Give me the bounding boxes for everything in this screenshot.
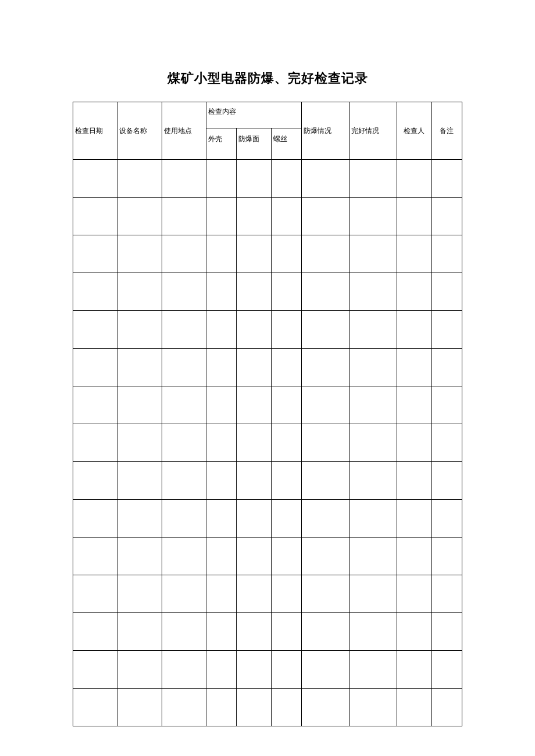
cell-screw (272, 613, 302, 651)
cell-location (162, 235, 206, 273)
header-screw: 螺丝 (272, 128, 302, 160)
cell-screw (272, 386, 302, 424)
header-remark: 备注 (431, 102, 462, 160)
cell-explosion_face (237, 462, 272, 500)
cell-inspector (397, 462, 431, 500)
cell-location (162, 500, 206, 538)
cell-equipment_name (117, 235, 162, 273)
table-row (73, 613, 462, 651)
cell-equipment_name (117, 651, 162, 689)
cell-shell (206, 689, 236, 726)
cell-explosion_face (237, 651, 272, 689)
cell-explosion_face (237, 613, 272, 651)
table-row (73, 462, 462, 500)
cell-explosion_status (302, 235, 349, 273)
table-row (73, 160, 462, 198)
cell-equipment_name (117, 462, 162, 500)
cell-location (162, 160, 206, 198)
cell-screw (272, 198, 302, 235)
header-date: 检查日期 (73, 102, 117, 160)
table-row (73, 198, 462, 235)
table-row (73, 235, 462, 273)
cell-explosion_face (237, 235, 272, 273)
cell-shell (206, 198, 236, 235)
cell-inspector (397, 311, 431, 349)
cell-explosion_status (302, 689, 349, 726)
cell-remark (431, 424, 462, 462)
cell-good_status (349, 462, 397, 500)
cell-explosion_status (302, 160, 349, 198)
cell-shell (206, 273, 236, 311)
cell-explosion_face (237, 424, 272, 462)
cell-remark (431, 273, 462, 311)
cell-good_status (349, 273, 397, 311)
cell-location (162, 349, 206, 386)
cell-date (73, 651, 117, 689)
cell-remark (431, 575, 462, 613)
cell-good_status (349, 235, 397, 273)
cell-explosion_face (237, 160, 272, 198)
cell-equipment_name (117, 424, 162, 462)
cell-remark (431, 160, 462, 198)
cell-good_status (349, 689, 397, 726)
cell-explosion_status (302, 386, 349, 424)
cell-date (73, 575, 117, 613)
cell-date (73, 538, 117, 575)
table-row (73, 575, 462, 613)
cell-equipment_name (117, 160, 162, 198)
cell-shell (206, 575, 236, 613)
table-row (73, 500, 462, 538)
cell-screw (272, 500, 302, 538)
cell-screw (272, 349, 302, 386)
cell-equipment_name (117, 386, 162, 424)
cell-explosion_status (302, 538, 349, 575)
cell-date (73, 311, 117, 349)
table-body (73, 160, 462, 726)
cell-explosion_status (302, 575, 349, 613)
cell-shell (206, 349, 236, 386)
table-row (73, 311, 462, 349)
cell-shell (206, 500, 236, 538)
cell-shell (206, 613, 236, 651)
cell-explosion_face (237, 575, 272, 613)
cell-remark (431, 198, 462, 235)
cell-remark (431, 689, 462, 726)
table-row (73, 424, 462, 462)
cell-date (73, 689, 117, 726)
cell-inspector (397, 575, 431, 613)
cell-screw (272, 235, 302, 273)
cell-explosion_status (302, 462, 349, 500)
cell-explosion_status (302, 500, 349, 538)
cell-good_status (349, 424, 397, 462)
cell-inspector (397, 538, 431, 575)
cell-remark (431, 349, 462, 386)
cell-remark (431, 613, 462, 651)
cell-remark (431, 235, 462, 273)
cell-good_status (349, 538, 397, 575)
cell-location (162, 575, 206, 613)
cell-explosion_face (237, 689, 272, 726)
cell-remark (431, 386, 462, 424)
cell-inspector (397, 349, 431, 386)
cell-date (73, 235, 117, 273)
inspection-table: 检查日期 设备名称 使用地点 检查内容 防爆情况 完好情况 检查人 备注 外壳 … (73, 102, 462, 726)
cell-date (73, 198, 117, 235)
header-inspector: 检查人 (397, 102, 431, 160)
cell-shell (206, 235, 236, 273)
table-row (73, 689, 462, 726)
table-row (73, 349, 462, 386)
cell-date (73, 386, 117, 424)
table-header: 检查日期 设备名称 使用地点 检查内容 防爆情况 完好情况 检查人 备注 外壳 … (73, 102, 462, 160)
cell-remark (431, 538, 462, 575)
header-good-status: 完好情况 (349, 102, 397, 160)
cell-date (73, 500, 117, 538)
cell-good_status (349, 575, 397, 613)
cell-inspector (397, 273, 431, 311)
cell-location (162, 613, 206, 651)
table-row (73, 273, 462, 311)
cell-shell (206, 651, 236, 689)
cell-equipment_name (117, 198, 162, 235)
cell-explosion_status (302, 198, 349, 235)
cell-good_status (349, 160, 397, 198)
cell-screw (272, 538, 302, 575)
